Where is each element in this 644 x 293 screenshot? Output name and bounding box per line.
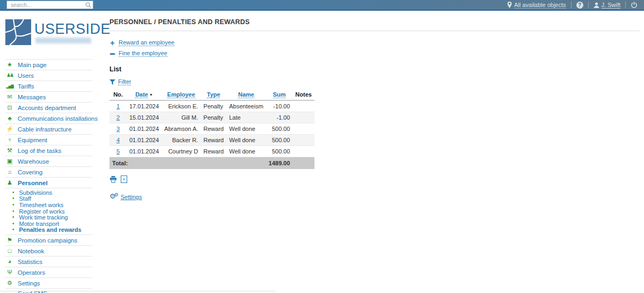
col-header-date[interactable]: Date▼ — [127, 89, 162, 100]
sidebar-subitem-subdivisions[interactable]: Subdivisions — [12, 189, 92, 196]
col-header-sum[interactable]: Sum — [266, 89, 293, 100]
box-icon: ▣ — [5, 158, 14, 164]
home-icon: ⌂ — [5, 169, 14, 175]
sidebar-item-log-of-the-tasks[interactable]: ⚒ Log of the tasks — [5, 145, 92, 156]
sidebar-item-label: Settings — [18, 280, 40, 287]
table-header-row: No. Date▼ Employee Type Name Sum Notes — [109, 89, 314, 100]
sidebar-item-label: Tariffs — [18, 83, 34, 90]
table-row: 4 01.01.2024 Backer R. Reward Well done … — [109, 135, 314, 146]
table-row: 1 17.01.2024 Erickson E. Penalty Absente… — [109, 100, 314, 112]
sidebar-item-communications-installations[interactable]: ♣ Communications installations — [5, 113, 92, 124]
col-header-date-link[interactable]: Date — [135, 91, 148, 98]
sidebar-item-label: Log of the tasks — [18, 148, 61, 154]
sidebar-subitem-label: Subdivisions — [19, 189, 53, 196]
sidebar-subitem-motor-transport[interactable]: Motor transport — [12, 221, 92, 227]
search-icon[interactable] — [85, 2, 91, 8]
cell-notes — [292, 112, 314, 123]
sidebar-item-label: Communications installations — [18, 115, 98, 122]
sidebar-item-tariffs[interactable]: ▂▅▇ Tariffs — [5, 81, 92, 92]
sidebar-item-settings[interactable]: ⚙ Settings — [5, 278, 92, 289]
sidebar-item-label: Statistics — [18, 259, 42, 265]
sidebar-item-label: Operators — [18, 269, 45, 276]
cell-date: 17.01.2024 — [127, 100, 162, 112]
sitemap-icon: ♣ — [5, 115, 14, 121]
row-number-link[interactable]: 4 — [116, 137, 120, 143]
help-icon[interactable]: ? — [576, 2, 583, 9]
sidebar-item-messages[interactable]: ✉ Messages — [5, 92, 92, 102]
cell-sum: 500.00 — [266, 135, 293, 146]
cell-employee: Gill M. — [162, 112, 201, 123]
filter-row: Filter — [109, 78, 640, 85]
total-value: 1489.00 — [266, 157, 293, 170]
all-objects-link[interactable]: All available objects — [507, 2, 566, 9]
col-header-employee[interactable]: Employee — [162, 89, 201, 100]
total-label: Total: — [109, 157, 266, 170]
sidebar-item-promotion-campaigns[interactable]: ⚑ Promotion campaigns — [5, 235, 92, 246]
print-icon[interactable] — [109, 176, 117, 183]
top-bar: All available objects ? J. Swift — [0, 0, 644, 11]
sidebar-item-warehouse[interactable]: ▣ Warehouse — [5, 156, 92, 167]
current-user-label: J. Swift — [602, 2, 620, 9]
sidebar-item-accounts-department[interactable]: ⊡ Accounts department — [5, 102, 92, 113]
sidebar-subitem-work-time-tracking[interactable]: Work time tracking — [12, 214, 92, 221]
cell-type: Reward — [201, 135, 226, 146]
sidebar-item-equipment[interactable]: ♆ Equipment — [5, 135, 92, 145]
logout-power-icon[interactable] — [631, 2, 638, 9]
userside-logo-icon — [5, 19, 31, 47]
sidebar-subitem-penalties-and-rewards[interactable]: Penalties and rewards — [12, 227, 92, 233]
sidebar-item-operators[interactable]: Ψ Operators — [5, 267, 92, 278]
footer-divider — [0, 291, 276, 291]
row-number-link[interactable]: 1 — [116, 103, 120, 109]
cell-employee: Abramson A. — [162, 123, 201, 135]
cell-employee: Erickson E. — [162, 100, 201, 112]
col-header-sum-link[interactable]: Sum — [273, 91, 286, 98]
filter-link[interactable]: Filter — [118, 78, 131, 85]
col-header-notes: Notes — [292, 89, 314, 100]
megaphone-icon: ⚑ — [5, 237, 14, 243]
reward-employee-link[interactable]: Reward an employee — [119, 39, 174, 46]
penalties-rewards-table: No. Date▼ Employee Type Name Sum Notes — [109, 89, 314, 169]
userside-logo[interactable]: USERSIDE — [5, 19, 92, 46]
row-number-link[interactable]: 5 — [116, 148, 120, 155]
bar-chart-icon: ▂▅▇ — [5, 83, 14, 89]
cell-employee: Courtney D — [162, 146, 201, 157]
settings-link[interactable]: Settings — [121, 194, 142, 200]
banknote-icon: ⊡ — [5, 105, 14, 111]
sidebar-item-main-page[interactable]: ★ Main page — [5, 60, 92, 70]
col-header-employee-link[interactable]: Employee — [167, 91, 195, 98]
main-content: PERSONNEL / PENALTIES AND REWARDS + Rewa… — [109, 18, 640, 200]
cell-name: Late — [226, 112, 266, 123]
col-header-type-link[interactable]: Type — [207, 91, 221, 98]
sidebar-item-notebook[interactable]: □ Notebook — [5, 246, 92, 257]
cell-name: Well done — [226, 123, 266, 135]
col-header-name[interactable]: Name — [226, 89, 266, 100]
col-header-type[interactable]: Type — [201, 89, 226, 100]
settings-row: ⚙⚙ Settings — [109, 193, 640, 200]
sidebar-item-label: Promotion campaigns — [18, 237, 77, 244]
cell-type: Penalty — [201, 112, 226, 123]
cable-icon: ⚡ — [5, 126, 14, 132]
search-box[interactable] — [6, 1, 93, 9]
breadcrumb: PERSONNEL / PENALTIES AND REWARDS — [109, 18, 640, 26]
row-number-link[interactable]: 3 — [116, 126, 120, 132]
cell-type: Penalty — [201, 100, 226, 112]
sidebar-subitem-register-of-works[interactable]: Register of works — [12, 208, 92, 215]
sidebar-item-personnel[interactable]: ♟ Personnel — [5, 178, 92, 188]
export-row: x — [109, 175, 640, 183]
wrench-icon: ⚒ — [5, 148, 14, 153]
sidebar-item-covering[interactable]: ⌂ Covering — [5, 167, 92, 178]
export-excel-icon[interactable]: x — [121, 175, 127, 183]
col-header-name-link[interactable]: Name — [238, 91, 254, 98]
sidebar-item-label: Equipment — [18, 137, 47, 143]
sidebar-subitem-timesheet-works[interactable]: Timesheet works — [12, 202, 92, 208]
search-input[interactable] — [10, 2, 85, 9]
fine-employee-link[interactable]: Fine the employee — [119, 50, 167, 57]
sidebar-item-statistics[interactable]: ◕ Statistics — [5, 257, 92, 267]
sidebar-subitem-staff[interactable]: Staff — [12, 196, 92, 202]
row-number-link[interactable]: 2 — [116, 114, 120, 121]
sidebar-item-users[interactable]: ♟♟ Users — [5, 70, 92, 81]
current-user-link[interactable]: J. Swift — [594, 2, 620, 9]
plus-icon: + — [109, 40, 115, 46]
minus-icon: ▬ — [109, 50, 115, 56]
sidebar-item-cable-infrastructure[interactable]: ⚡ Cable infrastructure — [5, 124, 92, 135]
